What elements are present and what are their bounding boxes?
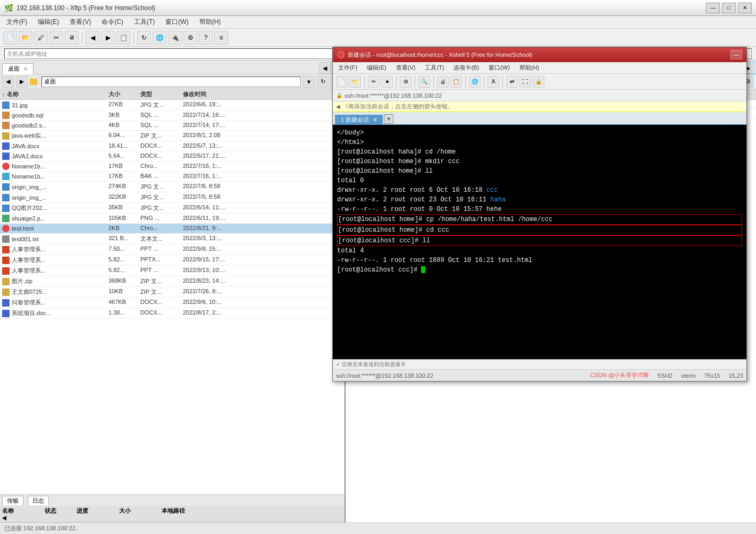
transfer-tabs: 传输 日志 (0, 494, 345, 506)
file-name: origin_img_... (2, 183, 108, 191)
toolbar-prev[interactable]: ◀ (86, 31, 99, 45)
xs-tb-find[interactable]: 🔍 (418, 76, 430, 88)
terminal-line: drwxr-xr-x. 2 root root 6 Oct 10 16:18 c… (337, 185, 742, 195)
desktop-tab-close[interactable]: ✕ (23, 66, 28, 72)
toolbar-connect[interactable]: 🔌 (168, 31, 182, 45)
file-row[interactable]: origin_img_... 322KB JPG 文... 2022/7/5, … (0, 192, 345, 203)
xs-menu-file[interactable]: 文件(F) (336, 63, 359, 73)
file-row[interactable]: test.html 2KB Chro... 2022/6/21, 9:... (0, 224, 345, 234)
xs-tb-star[interactable]: ★ (381, 76, 393, 88)
xs-tb-lock[interactable]: 🔒 (533, 76, 544, 88)
menu-command[interactable]: 命令(C) (99, 16, 125, 28)
xs-tb-font[interactable]: A (488, 76, 499, 88)
file-row[interactable]: JAVA2.docx 5.64... DOCX... 2022/5/17, 21… (0, 151, 345, 162)
menu-tools[interactable]: 工具(T) (132, 16, 157, 28)
file-name: goodsdb2.s... (2, 122, 108, 129)
minimize-button[interactable]: — (706, 3, 720, 13)
file-row[interactable]: origin_img_... 274KB JPG 文... 2022/7/6, … (0, 182, 345, 192)
menu-view[interactable]: 查看(V) (68, 16, 93, 28)
toolbar-settings[interactable]: ⚙ (183, 31, 197, 45)
maximize-button[interactable]: □ (722, 3, 736, 13)
file-icon-jpg (2, 194, 10, 201)
file-name: shuaige2.p... (2, 215, 108, 222)
xs-tb-open[interactable]: 📁 (349, 76, 361, 88)
toolbar-cut[interactable]: ✂ (49, 31, 63, 45)
file-row[interactable]: 人事管理系... 5.82... PPTX... 2022/9/15, 17:.… (0, 255, 345, 266)
file-icon-docx (2, 299, 10, 307)
file-row[interactable]: 图片.zip 368KB ZIP 文... 2022/8/23, 14:... (0, 276, 345, 287)
path-dropdown[interactable]: ▼ (303, 76, 315, 88)
toolbar-open[interactable]: 📂 (19, 31, 32, 45)
file-row[interactable]: java-web实... 6.04... ZIP 文... 2022/8/1, … (0, 131, 345, 141)
host-input[interactable] (4, 48, 372, 59)
file-row[interactable]: QQ图片202... 35KB JPG 文... 2022/6/14, 11:.… (0, 203, 345, 214)
status-text: 已连接 192.168.138.100:22。 (4, 524, 81, 532)
file-row[interactable]: 系统项目.doc... 1.38... DOCX... 2022/8/17, 2… (0, 308, 345, 319)
left-path-input[interactable] (41, 77, 301, 87)
toolbar-next[interactable]: ▶ (101, 31, 115, 45)
menu-window[interactable]: 窗口(W) (163, 16, 190, 28)
file-row[interactable]: 问卷管理系... 467KB DOCX... 2022/9/6, 10:... (0, 298, 345, 308)
xshell-minimize[interactable]: — (730, 50, 742, 60)
toolbar-help[interactable]: ? (199, 31, 213, 45)
xs-tb-copy2[interactable]: 📋 (450, 76, 462, 88)
file-row[interactable]: 王文彪0725... 10KB ZIP 文... 2022/7/26, 8:..… (0, 287, 345, 298)
panel-left-arrow[interactable]: ◀ (319, 62, 331, 74)
file-name: 人事管理系... (2, 245, 108, 253)
file-row[interactable]: shuaige2.p... 105KB PNG ... 2022/6/11, 1… (0, 214, 345, 224)
session-tab-close[interactable]: ✕ (373, 117, 377, 123)
toolbar: 📄 📂 🖊 ✂ 🖥 ◀ ▶ 📋 ↻ 🌐 🔌 ⚙ ? ≡ (0, 29, 756, 47)
file-icon-docx (2, 152, 10, 160)
file-row[interactable]: 人事管理系... 7.50... PPT ... 2022/9/8, 15:..… (0, 244, 345, 255)
xs-menu-window[interactable]: 窗口(W) (486, 63, 512, 73)
menu-help[interactable]: 帮助(H) (197, 16, 223, 28)
forward-button[interactable]: ▶ (16, 76, 28, 88)
xs-menu-tabs[interactable]: 选项卡(B) (451, 63, 481, 73)
xshell-title-text: 新建会话 - root@localhost:/home/ccc - Xshell… (348, 51, 729, 59)
toolbar-extra[interactable]: ≡ (214, 31, 228, 45)
session-tab-add[interactable]: + (384, 114, 393, 124)
xs-tb-settings[interactable]: ⚙ (400, 76, 411, 88)
file-row[interactable]: test001.txt 321 B... 文本文... 2022/6/3, 13… (0, 234, 345, 244)
xs-tb-globe[interactable]: 🌐 (469, 76, 481, 88)
xshell-toolbar: 📄 📁 ✏ ★ ⚙ 🔍 🖨 📋 🌐 A ⇄ ⛶ 🔒 (333, 74, 746, 90)
xs-tb-sftp[interactable]: ⇄ (506, 76, 518, 88)
left-panel: 桌面 ✕ ◀ ▶ ◀ ▶ ▼ ↻ ⚙ ↑名称 大小 类型 (0, 61, 346, 522)
menu-file[interactable]: 文件(F) (4, 16, 29, 28)
desktop-tab[interactable]: 桌面 ✕ (2, 63, 33, 74)
toolbar-refresh[interactable]: ↻ (137, 31, 151, 45)
xs-menu-tools[interactable]: 工具(T) (423, 63, 446, 73)
xs-tb-print[interactable]: 🖨 (437, 76, 449, 88)
file-row[interactable]: Noname1b... 17KB BAK ... 2022/7/16, 1:..… (0, 172, 345, 182)
xs-tb-fullscreen[interactable]: ⛶ (519, 76, 531, 88)
xs-menu-view[interactable]: 查看(V) (394, 63, 418, 73)
xs-tb-brush[interactable]: ✏ (368, 76, 380, 88)
file-row[interactable]: goodsdb2.s... 4KB SQL ... 2022/7/14, 17:… (0, 121, 345, 131)
file-icon-jpg (2, 101, 10, 109)
transfer-tab[interactable]: 传输 (2, 496, 23, 505)
close-button[interactable]: ✕ (738, 3, 752, 13)
toolbar-copy-icon[interactable]: 🖥 (65, 31, 79, 45)
file-row[interactable]: JAVA.docx 18.41... DOCX... 2022/5/7, 13:… (0, 141, 345, 151)
file-row[interactable]: goodsdb.sql 3KB SQL ... 2022/7/14, 16:..… (0, 111, 345, 121)
terminal-line: [root@localhost home]# ll (337, 166, 742, 176)
file-icon-zip (2, 278, 10, 285)
log-tab[interactable]: 日志 (28, 496, 49, 505)
back-button[interactable]: ◀ (2, 76, 14, 88)
terminal[interactable]: </body></html>[root@localhost haha]# cd … (333, 125, 746, 359)
toolbar-new[interactable]: 📄 (3, 31, 17, 45)
xs-menu-help[interactable]: 帮助(H) (517, 63, 541, 73)
menu-edit[interactable]: 编辑(E) (36, 16, 61, 28)
file-row[interactable]: Noname1b... 17KB Chro... 2022/7/16, 1:..… (0, 162, 345, 172)
toolbar-copy[interactable]: 📋 (116, 31, 130, 45)
refresh-left[interactable]: ↻ (317, 76, 329, 88)
file-row[interactable]: 31.jpg 27KB JPG 文... 2022/6/6, 19:... (0, 100, 345, 111)
xs-status-term: xterm (681, 372, 696, 379)
toolbar-globe[interactable]: 🌐 (153, 31, 166, 45)
xs-tb-new[interactable]: 📄 (336, 76, 348, 88)
session-tab-1[interactable]: 1 新建会话 ✕ (335, 115, 383, 124)
xs-menu-edit[interactable]: 编辑(E) (365, 63, 389, 73)
toolbar-brush[interactable]: 🖊 (34, 31, 48, 45)
file-row[interactable]: 人事管理系... 5.82... PPT ... 2022/9/13, 10:.… (0, 266, 345, 276)
tcol-status: 状态 (45, 507, 77, 515)
